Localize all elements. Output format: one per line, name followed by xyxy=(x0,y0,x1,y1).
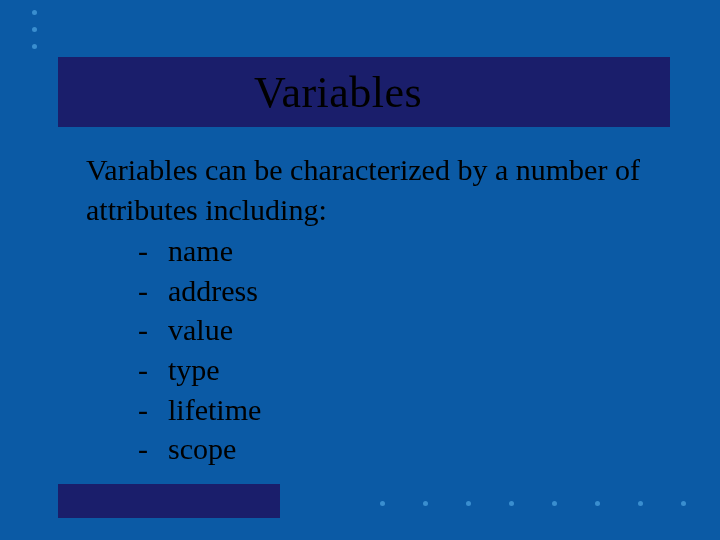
slide-body: Variables can be characterized by a numb… xyxy=(86,150,646,469)
list-item: -lifetime xyxy=(138,390,646,430)
list-item: -value xyxy=(138,310,646,350)
title-bar: Variables xyxy=(58,57,670,127)
decorative-bottom-bar xyxy=(58,484,280,518)
list-item: -address xyxy=(138,271,646,311)
decorative-dots-top-left xyxy=(32,10,37,61)
intro-paragraph: Variables can be characterized by a numb… xyxy=(86,150,646,229)
list-item: -name xyxy=(138,231,646,271)
slide-title: Variables xyxy=(254,67,422,118)
decorative-dots-bottom xyxy=(380,501,720,506)
list-item: -type xyxy=(138,350,646,390)
attribute-list: -name -address -value -type -lifetime -s… xyxy=(86,231,646,469)
list-item: -scope xyxy=(138,429,646,469)
